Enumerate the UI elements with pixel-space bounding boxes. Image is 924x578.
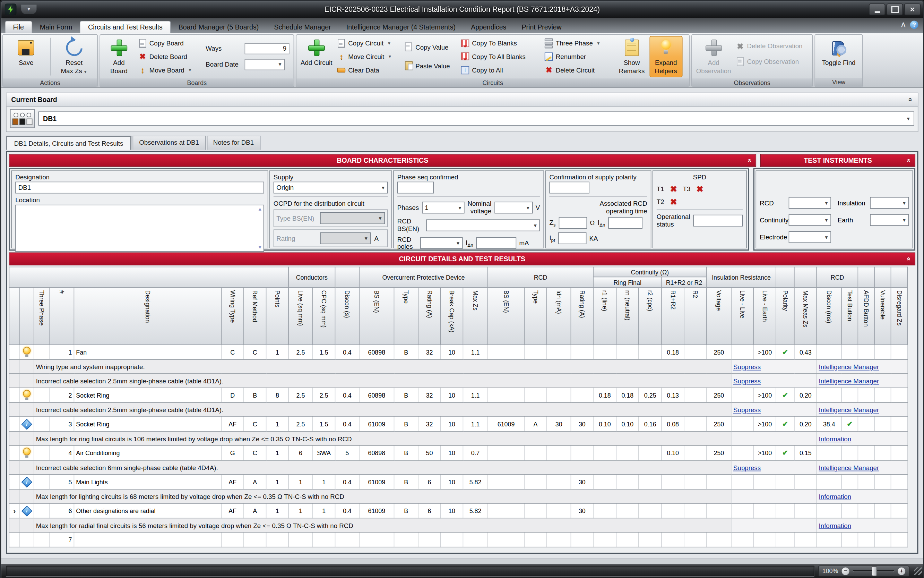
circuit-cell[interactable] bbox=[616, 345, 639, 360]
circuit-cell[interactable]: ✔ bbox=[776, 417, 795, 432]
circuit-cell[interactable]: Socket Ring bbox=[74, 388, 221, 403]
electrode-instrument-select[interactable]: ▼ bbox=[789, 231, 831, 243]
circuit-cell[interactable]: 1 bbox=[266, 345, 289, 360]
circuit-cell[interactable]: 1 bbox=[288, 475, 313, 490]
scroll-up-icon[interactable]: ▲ bbox=[257, 206, 262, 212]
phases-select[interactable]: 1▼ bbox=[422, 201, 464, 213]
minimize-button[interactable] bbox=[869, 3, 885, 15]
circuit-cell[interactable] bbox=[858, 445, 875, 460]
intelligence-manager-link[interactable]: Intelligence Manager bbox=[819, 363, 879, 370]
copy-to-all-blanks-button[interactable]: Copy To All Blanks bbox=[461, 51, 541, 62]
circuit-cell[interactable]: 3 bbox=[49, 417, 74, 432]
circuit-cell[interactable]: AF bbox=[221, 417, 244, 432]
circuit-cell[interactable]: 10 bbox=[441, 503, 463, 518]
circuit-cell[interactable] bbox=[524, 532, 547, 547]
spd-t1-x-icon[interactable]: ✖ bbox=[670, 184, 677, 193]
circuit-cell[interactable]: 1 bbox=[266, 417, 289, 432]
circuit-cell[interactable]: 60898 bbox=[359, 388, 394, 403]
circuit-cell[interactable]: 0.16 bbox=[639, 417, 662, 432]
circuit-cell[interactable]: 1 bbox=[266, 503, 289, 518]
circuit-cell[interactable] bbox=[795, 475, 817, 490]
circuit-cell[interactable] bbox=[488, 345, 524, 360]
information-link[interactable]: Information bbox=[819, 493, 851, 500]
circuit-cell[interactable] bbox=[841, 345, 858, 360]
circuit-cell[interactable]: 2.5 bbox=[288, 388, 313, 403]
circuit-cell[interactable]: G bbox=[221, 445, 244, 460]
circuit-cell[interactable] bbox=[776, 503, 795, 518]
collapse-ribbon-icon[interactable]: ᐱ bbox=[901, 21, 906, 28]
circuit-cell[interactable]: 5.82 bbox=[463, 503, 487, 518]
save-button[interactable]: Save bbox=[5, 36, 47, 77]
circuit-cell[interactable]: 0.08 bbox=[662, 417, 684, 432]
circuit-cell[interactable]: 32 bbox=[418, 417, 441, 432]
circuit-cell[interactable]: 1.1 bbox=[463, 345, 487, 360]
circuit-cell[interactable]: C bbox=[244, 345, 266, 360]
circuit-cell[interactable] bbox=[858, 475, 875, 490]
circuit-cell[interactable]: 4 bbox=[49, 445, 74, 460]
operational-status-input[interactable] bbox=[693, 214, 743, 226]
circuit-cell[interactable] bbox=[891, 445, 908, 460]
circuit-cell[interactable] bbox=[639, 503, 662, 518]
circuit-cell[interactable] bbox=[394, 532, 418, 547]
circuit-cell[interactable]: 1.5 bbox=[313, 345, 335, 360]
three-phase-button[interactable]: Three Phase▼ bbox=[544, 38, 613, 49]
information-link[interactable]: Information bbox=[819, 522, 851, 529]
circuit-cell[interactable]: 7 bbox=[49, 532, 74, 547]
circuit-cell[interactable] bbox=[684, 345, 707, 360]
circuit-cell[interactable] bbox=[34, 345, 49, 360]
circuit-cell[interactable]: 0.4 bbox=[335, 417, 359, 432]
circuit-cell[interactable]: SWA bbox=[313, 445, 335, 460]
circuit-cell[interactable]: Other designations are radial bbox=[74, 503, 221, 518]
copy-value-button[interactable]: Copy Value bbox=[404, 42, 457, 52]
circuit-cell[interactable] bbox=[731, 417, 754, 432]
circuit-cell[interactable] bbox=[731, 503, 754, 518]
intelligence-manager-link[interactable]: Intelligence Manager bbox=[819, 377, 879, 384]
zs-input[interactable] bbox=[558, 217, 587, 229]
circuit-cell[interactable]: 61009 bbox=[359, 417, 394, 432]
maximize-button[interactable] bbox=[887, 3, 903, 15]
reset-max-zs-button[interactable]: ResetMax Zs▼ bbox=[53, 36, 95, 77]
circuit-cell[interactable] bbox=[795, 532, 817, 547]
circuit-cell[interactable] bbox=[524, 475, 547, 490]
suppress-link[interactable]: Suppress bbox=[733, 406, 761, 413]
circuit-cell[interactable] bbox=[571, 445, 594, 460]
copy-circuit-button[interactable]: Copy Circuit▼ bbox=[337, 38, 401, 49]
circuit-cell[interactable]: C bbox=[244, 417, 266, 432]
spd-t2-x-icon[interactable]: ✖ bbox=[670, 197, 677, 206]
row-selector[interactable] bbox=[9, 532, 20, 547]
circuit-cell[interactable]: B bbox=[394, 417, 418, 432]
row-selector[interactable] bbox=[9, 417, 20, 432]
circuit-cell[interactable]: 0.4 bbox=[335, 475, 359, 490]
collapse-section-icon[interactable] bbox=[908, 255, 911, 262]
circuit-cell[interactable] bbox=[547, 388, 571, 403]
circuit-cell[interactable] bbox=[731, 445, 754, 460]
circuit-cell[interactable]: AF bbox=[221, 475, 244, 490]
circuit-cell[interactable]: 10 bbox=[441, 388, 463, 403]
add-board-button[interactable]: Add Board bbox=[102, 36, 136, 77]
circuit-cell[interactable]: B bbox=[394, 475, 418, 490]
circuit-cell[interactable] bbox=[34, 388, 49, 403]
circuit-cell[interactable] bbox=[639, 445, 662, 460]
circuit-cell[interactable] bbox=[662, 532, 684, 547]
collapse-section-icon[interactable] bbox=[749, 157, 752, 164]
circuit-cell[interactable]: 32 bbox=[418, 345, 441, 360]
circuit-cell[interactable]: 6 bbox=[418, 503, 441, 518]
circuit-cell[interactable]: B bbox=[244, 388, 266, 403]
circuit-cell[interactable] bbox=[313, 532, 335, 547]
circuit-cell[interactable]: 6 bbox=[418, 475, 441, 490]
collapse-section-icon[interactable] bbox=[908, 157, 911, 164]
paste-value-button[interactable]: Paste Value bbox=[404, 60, 457, 71]
supply-select[interactable]: Origin▼ bbox=[273, 182, 388, 193]
circuit-cell[interactable]: A bbox=[244, 475, 266, 490]
nominal-voltage-select[interactable]: ▼ bbox=[494, 201, 533, 213]
tab-print-preview[interactable]: Print Preview bbox=[514, 21, 569, 33]
circuit-cell[interactable] bbox=[684, 503, 707, 518]
circuit-cell[interactable] bbox=[891, 345, 908, 360]
circuit-cell[interactable] bbox=[616, 503, 639, 518]
circuit-cell[interactable] bbox=[891, 417, 908, 432]
circuit-cell[interactable] bbox=[858, 388, 875, 403]
circuit-cell[interactable] bbox=[593, 532, 616, 547]
suppress-link[interactable]: Suppress bbox=[733, 377, 761, 384]
circuit-cell[interactable]: >100 bbox=[754, 445, 776, 460]
designation-input[interactable]: DB1 bbox=[15, 182, 264, 193]
